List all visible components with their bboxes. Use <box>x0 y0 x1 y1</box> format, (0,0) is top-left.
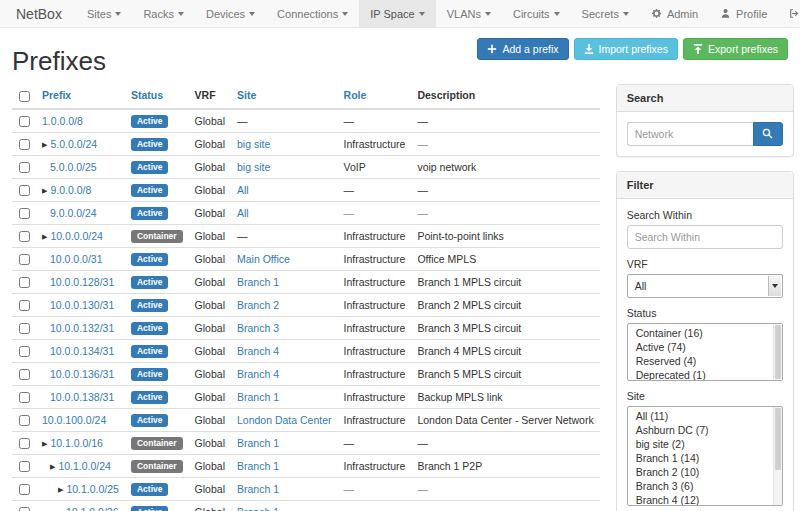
column-header-status[interactable]: Status <box>125 84 189 109</box>
import-prefixes-button[interactable]: Import prefixes <box>574 38 678 60</box>
scrollbar-track[interactable] <box>773 407 782 505</box>
prefix-link[interactable]: 10.0.0.0/31 <box>50 253 103 265</box>
nav-item-circuits[interactable]: Circuits <box>502 0 571 27</box>
prefix-link[interactable]: 10.0.0.130/31 <box>50 299 114 311</box>
column-header-site[interactable]: Site <box>231 84 338 109</box>
nav-item-secrets[interactable]: Secrets <box>571 0 640 27</box>
site-link[interactable]: Branch 3 <box>237 322 279 334</box>
row-checkbox[interactable] <box>19 139 30 150</box>
site-link[interactable]: Branch 4 <box>237 368 279 380</box>
nav-item-devices[interactable]: Devices <box>195 0 266 27</box>
site-option[interactable]: Ashburn DC (7) <box>628 423 782 437</box>
site-option[interactable]: Branch 3 (6) <box>628 479 782 493</box>
row-checkbox[interactable] <box>19 392 30 403</box>
prefix-link[interactable]: 1.0.0.0/8 <box>42 115 83 127</box>
row-checkbox[interactable] <box>19 300 30 311</box>
nav-item-ip-space[interactable]: IP Space <box>359 0 435 27</box>
netbox-logo[interactable]: NetBox <box>0 0 76 27</box>
row-checkbox[interactable] <box>19 162 30 173</box>
select-all-checkbox[interactable] <box>19 91 30 102</box>
status-badge: Active <box>131 253 169 266</box>
export-prefixes-button[interactable]: Export prefixes <box>683 38 788 60</box>
row-checkbox[interactable] <box>19 323 30 334</box>
prefix-link[interactable]: 10.0.0.128/31 <box>50 276 114 288</box>
prefix-link[interactable]: 5.0.0.0/24 <box>50 138 97 150</box>
status-option[interactable]: Container (16) <box>628 326 782 340</box>
prefix-link[interactable]: 10.1.0.0/26 <box>66 506 119 511</box>
row-checkbox[interactable] <box>19 208 30 219</box>
prefix-link[interactable]: 9.0.0.0/8 <box>50 184 91 196</box>
site-link[interactable]: Branch 1 <box>237 460 279 472</box>
nav-item-vlans[interactable]: VLANs <box>436 0 502 27</box>
row-checkbox[interactable] <box>19 231 30 242</box>
add-prefix-button[interactable]: Add a prefix <box>477 38 568 60</box>
site-link[interactable]: Branch 1 <box>237 437 279 449</box>
site-link[interactable]: Branch 4 <box>237 345 279 357</box>
prefix-link[interactable]: 10.1.0.0/24 <box>58 460 111 472</box>
row-checkbox[interactable] <box>19 415 30 426</box>
site-link[interactable]: big site <box>237 138 270 150</box>
nav-item-sites[interactable]: Sites <box>76 0 132 27</box>
prefix-link[interactable]: 10.0.0.0/24 <box>50 230 103 242</box>
scrollbar-thumb[interactable] <box>775 325 781 379</box>
row-checkbox[interactable] <box>19 461 30 472</box>
scrollbar-track[interactable] <box>773 324 782 380</box>
row-checkbox[interactable] <box>19 254 30 265</box>
status-option[interactable]: Active (74) <box>628 340 782 354</box>
nav-item-label: Profile <box>736 8 767 20</box>
site-option[interactable]: All (11) <box>628 409 782 423</box>
row-checkbox[interactable] <box>19 116 30 127</box>
nav-item-profile[interactable]: Profile <box>709 0 778 27</box>
site-link[interactable]: big site <box>237 161 270 173</box>
site-cell: Branch 1 <box>231 270 338 293</box>
site-option[interactable]: Branch 4 (12) <box>628 493 782 506</box>
row-checkbox[interactable] <box>19 185 30 196</box>
site-option[interactable]: Branch 1 (14) <box>628 451 782 465</box>
row-checkbox[interactable] <box>19 369 30 380</box>
status-option[interactable]: Reserved (4) <box>628 354 782 368</box>
search-button[interactable] <box>753 122 783 146</box>
site-option[interactable]: Branch 2 (10) <box>628 465 782 479</box>
row-checkbox[interactable] <box>19 507 30 511</box>
row-checkbox[interactable] <box>19 346 30 357</box>
site-link[interactable]: Main Office <box>237 253 290 265</box>
site-link[interactable]: Branch 1 <box>237 483 279 495</box>
search-within-input[interactable] <box>627 225 783 249</box>
status-multiselect[interactable]: Container (16)Active (74)Reserved (4)Dep… <box>627 323 783 381</box>
site-link[interactable]: Branch 1 <box>237 506 279 511</box>
logout-icon <box>789 8 800 19</box>
prefix-link[interactable]: 9.0.0.0/24 <box>50 207 97 219</box>
nav-item-connections[interactable]: Connections <box>266 0 359 27</box>
site-multiselect[interactable]: All (11)Ashburn DC (7)big site (2)Branch… <box>627 406 783 506</box>
status-option[interactable]: Deprecated (1) <box>628 368 782 381</box>
nav-item-racks[interactable]: Racks <box>132 0 195 27</box>
nav-item-label: Racks <box>143 8 174 20</box>
site-option[interactable]: big site (2) <box>628 437 782 451</box>
site-link[interactable]: All <box>237 207 249 219</box>
site-link[interactable]: Branch 1 <box>237 276 279 288</box>
prefix-link[interactable]: 10.0.0.132/31 <box>50 322 114 334</box>
chevron-down-icon <box>768 276 781 296</box>
prefix-link[interactable]: 5.0.0.0/25 <box>50 161 97 173</box>
nav-item-admin[interactable]: Admin <box>640 0 709 27</box>
site-link[interactable]: London Data Center <box>237 414 332 426</box>
search-input[interactable] <box>627 122 753 146</box>
row-checkbox[interactable] <box>19 277 30 288</box>
nav-item-log-out[interactable]: Log out <box>778 0 800 27</box>
scrollbar-thumb[interactable] <box>775 408 781 470</box>
site-link[interactable]: Branch 1 <box>237 391 279 403</box>
prefix-link[interactable]: 10.1.0.0/25 <box>66 483 119 495</box>
prefix-link[interactable]: 10.0.0.136/31 <box>50 368 114 380</box>
prefix-link[interactable]: 10.1.0.0/16 <box>50 437 103 449</box>
prefix-link[interactable]: 10.0.100.0/24 <box>42 414 106 426</box>
prefix-link[interactable]: 10.0.0.134/31 <box>50 345 114 357</box>
vrf-select[interactable]: All <box>627 274 783 298</box>
column-header-role[interactable]: Role <box>338 84 412 109</box>
row-checkbox[interactable] <box>19 484 30 495</box>
site-link[interactable]: All <box>237 184 249 196</box>
site-link[interactable]: Branch 2 <box>237 299 279 311</box>
prefix-link[interactable]: 10.0.0.138/31 <box>50 391 114 403</box>
column-header-prefix[interactable]: Prefix <box>36 84 125 109</box>
table-row: 10.0.0.136/31ActiveGlobalBranch 4Infrast… <box>12 362 600 385</box>
row-checkbox[interactable] <box>19 438 30 449</box>
